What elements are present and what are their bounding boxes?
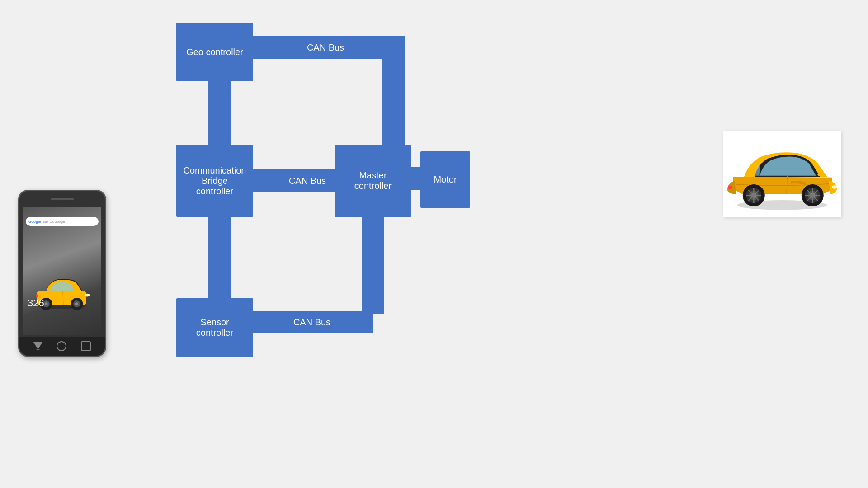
car-image-container — [723, 131, 841, 217]
sensor-controller-label: Sensor controller — [196, 317, 233, 338]
can-bus-bot-label: CAN Bus — [293, 317, 330, 328]
phone-screen-content: Google Say 'Ok Google' — [23, 207, 101, 335]
communication-bridge-box: Communication Bridge controller — [176, 145, 253, 217]
vert-right-connector — [362, 215, 384, 314]
master-controller-box: Master controller — [335, 145, 411, 217]
phone-container: Google Say 'Ok Google' — [18, 190, 106, 361]
phone-back-button[interactable] — [33, 342, 42, 350]
svg-point-5 — [45, 302, 48, 305]
geo-controller-label: Geo controller — [186, 47, 243, 57]
sensor-controller-box: Sensor controller — [176, 298, 253, 357]
can-bus-top: CAN Bus — [251, 36, 400, 59]
svg-rect-14 — [728, 186, 732, 189]
can-bus-top-label: CAN Bus — [307, 42, 344, 53]
vert-top-right-connector — [382, 36, 405, 163]
communication-bridge-label: Communication Bridge controller — [184, 165, 246, 197]
phone-device: Google Say 'Ok Google' — [18, 190, 106, 357]
master-controller-label: Master controller — [354, 170, 392, 191]
google-logo: Google — [28, 220, 41, 224]
car-svg-wrapper — [723, 131, 841, 217]
phone-home-button[interactable] — [57, 341, 66, 351]
car-main-svg — [723, 131, 841, 217]
google-search-hint: Say 'Ok Google' — [43, 220, 66, 223]
phone-recents-button[interactable] — [81, 341, 91, 351]
svg-point-8 — [75, 302, 78, 305]
motor-label: Motor — [434, 174, 457, 185]
geo-controller-box: Geo controller — [176, 23, 253, 81]
can-bus-bot: CAN Bus — [251, 311, 373, 333]
phone-clock: 326 — [28, 297, 44, 309]
svg-point-9 — [85, 294, 90, 297]
phone-bottom-bar — [19, 337, 105, 356]
phone-screen: Google Say 'Ok Google' — [23, 207, 101, 335]
phone-google-bar: Google Say 'Ok Google' — [26, 217, 99, 226]
phone-speaker — [51, 198, 74, 200]
diagram-container: Geo controller CAN Bus Communication Bri… — [167, 9, 484, 361]
motor-box: Motor — [420, 151, 470, 208]
can-bus-mid-label: CAN Bus — [289, 176, 326, 186]
svg-point-13 — [832, 185, 837, 189]
